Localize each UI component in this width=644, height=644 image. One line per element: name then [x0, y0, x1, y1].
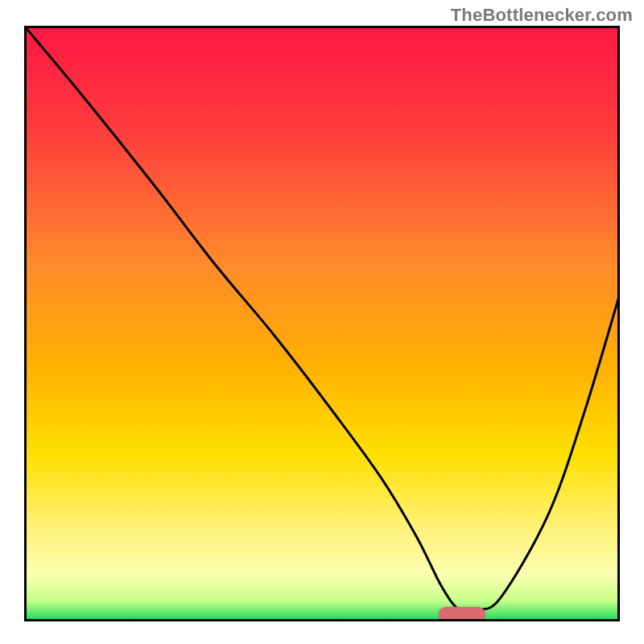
watermark-text: TheBottlenecker.com [451, 5, 633, 26]
bottleneck-chart [24, 26, 620, 621]
gradient-background [24, 26, 620, 621]
plot-frame [24, 26, 620, 621]
chart-container: TheBottlenecker.com [0, 0, 644, 644]
